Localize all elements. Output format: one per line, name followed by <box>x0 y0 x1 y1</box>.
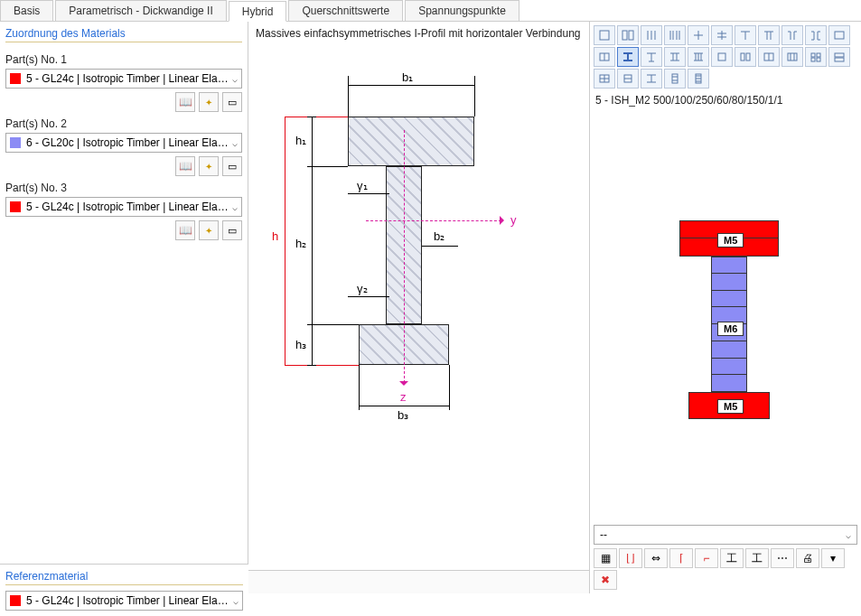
svg-rect-25 <box>835 53 844 57</box>
svg-rect-2 <box>629 31 633 40</box>
shape-btn-r2-10[interactable] <box>828 47 850 67</box>
svg-rect-24 <box>817 58 820 61</box>
dim-b3-ext-right <box>449 365 450 410</box>
shape-btn-r2-5[interactable] <box>711 47 733 67</box>
part1-library-button[interactable] <box>175 92 195 112</box>
edit-icon <box>228 161 237 173</box>
part3-new-button[interactable] <box>199 220 219 240</box>
shape-palette <box>594 25 857 89</box>
tb-btn-1[interactable]: ▦ <box>594 548 617 568</box>
preview-dropdown[interactable]: -- ⌵ <box>594 525 857 545</box>
shape-btn-5[interactable] <box>688 25 709 45</box>
dim-h-tick-bot <box>285 365 359 366</box>
dim-g2-line <box>348 296 389 297</box>
tab-querschnittswerte[interactable]: Querschnittswerte <box>288 0 403 21</box>
dim-b1-ext-left <box>348 76 349 117</box>
part3-material-dropdown[interactable]: 5 - GL24c | Isotropic Timber | Linear El… <box>5 197 242 217</box>
tab-spannungspunkte[interactable]: Spannungspunkte <box>405 0 519 21</box>
part1-material-dropdown[interactable]: 5 - GL24c | Isotropic Timber | Linear El… <box>5 69 242 89</box>
dim-b3-ext-left <box>359 365 360 410</box>
shape-btn-1[interactable] <box>594 25 615 45</box>
tab-basis[interactable]: Basis <box>0 0 53 21</box>
shape-btn-4[interactable] <box>664 25 686 45</box>
shape-btn-r2-9[interactable] <box>805 47 827 67</box>
shape-btn-12[interactable] <box>594 47 615 67</box>
shape-btn-8[interactable] <box>758 25 780 45</box>
shape-btn-r2-2[interactable] <box>641 47 662 67</box>
part2-material-dropdown[interactable]: 6 - GL20c | Isotropic Timber | Linear El… <box>5 133 242 153</box>
part2-label: Part(s) No. 2 <box>5 117 242 130</box>
part1-new-button[interactable] <box>199 92 219 112</box>
dim-b1-label: b₁ <box>402 70 413 84</box>
section-name-label: 5 - ISH_M2 500/100/250/60/80/150/1/1 <box>595 94 856 107</box>
more-icon: ⋯ <box>777 552 788 565</box>
material-panel: Zuordnung des Materials Part(s) No. 1 5 … <box>0 22 248 593</box>
dim-b1-ext-right <box>474 76 475 117</box>
tb-btn-delete[interactable]: ✖ <box>594 570 617 590</box>
center-footer <box>248 570 589 593</box>
shape-btn-6[interactable] <box>711 25 733 45</box>
svg-rect-23 <box>811 58 815 61</box>
bracket-icon: ⌊⌋ <box>626 552 635 565</box>
reference-swatch <box>10 595 21 606</box>
part1-material-text: 5 - GL24c | Isotropic Timber | Linear El… <box>26 72 229 85</box>
pv-top-label: M5 <box>717 233 744 247</box>
axis-y-arrow <box>500 216 509 225</box>
part1-swatch <box>10 73 21 84</box>
svg-rect-32 <box>672 74 678 83</box>
chevron-down-icon: ⌵ <box>232 202 238 212</box>
dim-h-tick4 <box>307 365 316 366</box>
shape-btn-2[interactable] <box>617 25 639 45</box>
tab-hybrid[interactable]: Hybrid <box>229 1 287 22</box>
shape-btn-r2-11[interactable] <box>594 69 615 89</box>
dim-b2-line <box>422 246 458 247</box>
tb-btn-7[interactable]: 工 <box>745 548 769 568</box>
dim-h3-label: h₃ <box>295 338 306 351</box>
shape-btn-r3-3[interactable] <box>688 69 709 89</box>
shape-btn-9[interactable] <box>781 25 803 45</box>
part3-library-button[interactable] <box>175 220 195 240</box>
tb-btn-8[interactable]: ⋯ <box>771 548 794 568</box>
svg-rect-13 <box>718 53 725 61</box>
shape-btn-10[interactable] <box>805 25 827 45</box>
shape-btn-3[interactable] <box>641 25 662 45</box>
dim-h-label: h <box>272 229 278 243</box>
shape-btn-i-selected[interactable] <box>617 47 639 67</box>
tb-btn-3[interactable]: ⇔ <box>644 548 668 568</box>
reference-material-panel: Referenzmaterial 5 - GL24c | Isotropic T… <box>0 564 248 616</box>
shape-btn-r2-4[interactable] <box>688 47 709 67</box>
svg-rect-26 <box>835 58 844 61</box>
shape-btn-r2-6[interactable] <box>735 47 756 67</box>
bracket2-icon: ⌈ <box>679 552 684 565</box>
tb-btn-print-menu[interactable]: ▾ <box>821 548 845 568</box>
dim-g1-label: γ₁ <box>357 179 368 192</box>
printer-icon: 🖨 <box>802 552 813 565</box>
tb-btn-5[interactable]: ⌐ <box>695 548 718 568</box>
tab-parametrisch[interactable]: Parametrisch - Dickwandige II <box>55 0 226 21</box>
shape-btn-r2-7[interactable] <box>758 47 780 67</box>
flange-top-shape <box>348 117 474 166</box>
reference-material-dropdown[interactable]: 5 - GL24c | Isotropic Timber | Linear El… <box>5 591 243 611</box>
shape-btn-r3-2[interactable] <box>664 69 686 89</box>
dim-g2-label: γ₂ <box>357 282 368 295</box>
dim-h1-label: h₁ <box>295 134 306 147</box>
part3-edit-button[interactable] <box>222 220 242 240</box>
part2-library-button[interactable] <box>175 156 195 176</box>
tb-btn-4[interactable]: ⌈ <box>669 548 693 568</box>
part2-edit-button[interactable] <box>222 156 242 176</box>
tb-btn-print[interactable]: 🖨 <box>796 548 819 568</box>
shape-btn-r2-8[interactable] <box>781 47 803 67</box>
axis-z-arrow <box>399 381 408 390</box>
part1-edit-button[interactable] <box>222 92 242 112</box>
shape-btn-r3-1[interactable] <box>641 69 662 89</box>
shape-btn-11[interactable] <box>828 25 850 45</box>
tb-btn-6[interactable]: 工 <box>720 548 744 568</box>
part2-new-button[interactable] <box>199 156 219 176</box>
shape-btn-r2-12[interactable] <box>617 69 639 89</box>
shape-btn-7[interactable] <box>735 25 756 45</box>
tb-btn-2[interactable]: ⌊⌋ <box>619 548 642 568</box>
part2-material-text: 6 - GL20c | Isotropic Timber | Linear El… <box>26 136 229 149</box>
svg-rect-18 <box>788 53 797 61</box>
shape-btn-r2-3[interactable] <box>664 47 686 67</box>
part3-swatch <box>10 201 21 212</box>
